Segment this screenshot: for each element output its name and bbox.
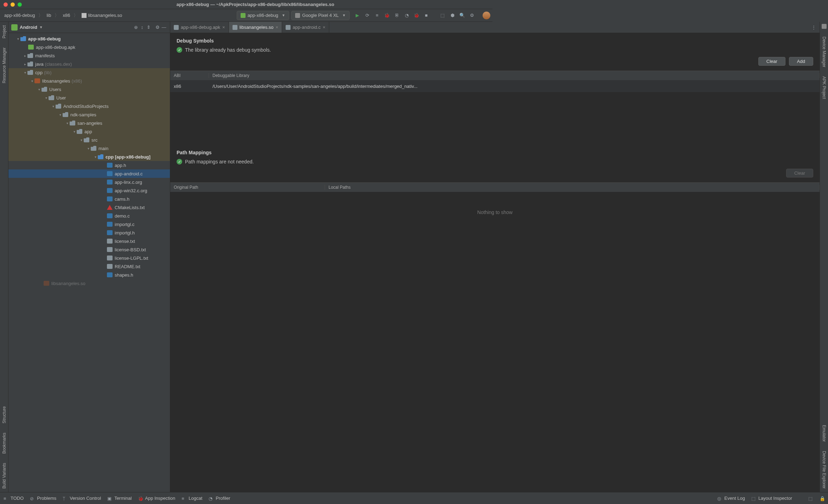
apply-code-icon[interactable]: ≡ xyxy=(374,13,380,18)
tree-file[interactable]: app-win32.c.org xyxy=(8,186,170,195)
locate-icon[interactable]: ⊕ xyxy=(133,25,139,30)
main-toolbar: app-x86-debug 〉 lib 〉 x86 〉 libsanangele… xyxy=(0,9,492,22)
tree-file[interactable]: cams.h xyxy=(8,195,170,203)
tree-folder[interactable]: ▾cpp [app-x86-debug] xyxy=(8,153,170,161)
tree-folder[interactable]: ▾main xyxy=(8,144,170,153)
tree-folder[interactable]: ▾app xyxy=(8,127,170,136)
stop-icon[interactable]: ■ xyxy=(423,13,429,18)
device-label: Google Pixel 4 XL xyxy=(302,13,339,18)
coverage-icon[interactable]: ⛨ xyxy=(394,13,400,18)
tree-file[interactable]: demo.c xyxy=(8,212,170,220)
debug-icon[interactable]: 🐞 xyxy=(384,13,390,18)
titlebar: app-x86-debug — ~/ApkProjects/app-x86-de… xyxy=(0,0,492,9)
text-file-icon xyxy=(107,264,113,269)
folder-icon xyxy=(77,129,82,134)
cell-library: /Users/User/AndroidStudioProjects/ndk-sa… xyxy=(209,84,492,89)
tree-file[interactable]: app.h xyxy=(8,161,170,169)
tree-file[interactable]: CMakeLists.txt xyxy=(8,203,170,212)
close-tab-icon[interactable]: × xyxy=(323,25,326,30)
header-file-icon xyxy=(107,163,113,168)
close-tab-icon[interactable]: × xyxy=(275,25,278,30)
gear-icon[interactable]: ⚙ xyxy=(154,25,161,30)
maximize-window-icon[interactable] xyxy=(18,2,22,7)
file-icon xyxy=(82,13,87,18)
close-tab-icon[interactable]: × xyxy=(222,25,225,30)
breadcrumb-item[interactable]: libsanangeles.so xyxy=(79,12,124,19)
tree-folder[interactable]: ▾User xyxy=(8,93,170,102)
apply-changes-icon[interactable]: ⟳ xyxy=(364,13,370,18)
tree-folder[interactable]: ▾cpp(lib) xyxy=(8,68,170,77)
search-icon[interactable]: 🔍 xyxy=(459,13,465,18)
tree-file[interactable]: importgl.c xyxy=(8,220,170,228)
breadcrumb-item[interactable]: x86 xyxy=(60,12,72,19)
project-tree[interactable]: ▾app-x86-debug app-x86-debug.apk ▸manife… xyxy=(8,33,170,300)
device-selector[interactable]: Google Pixel 4 XL ▼ xyxy=(291,11,350,20)
tree-folder[interactable]: ▸manifests xyxy=(8,51,170,60)
tree-folder[interactable]: ▾san-angeles xyxy=(8,119,170,127)
hide-icon[interactable]: — xyxy=(161,25,167,30)
project-panel: Android ▼ ⊕ ↕ ⇕ ⚙ — ▾app-x86-debug app-x… xyxy=(8,22,170,300)
debug-symbols-panel: Debug Symbols ✓ The library already has … xyxy=(170,33,492,71)
status-text: The library already has debug symbols. xyxy=(185,47,271,53)
tree-file[interactable]: license-BSD.txt xyxy=(8,245,170,254)
chevron-down-icon: ▼ xyxy=(282,13,285,17)
c-file-icon xyxy=(107,180,113,185)
column-header-library[interactable]: Debuggable Library xyxy=(209,73,492,78)
tree-folder[interactable]: ▾libsanangeles(x86) xyxy=(8,77,170,85)
library-icon xyxy=(44,281,49,286)
profile-icon[interactable]: ◔ xyxy=(404,13,409,18)
chevron-right-icon: 〉 xyxy=(55,12,59,19)
run-icon[interactable]: ▶ xyxy=(355,13,360,18)
panel-title: Debug Symbols xyxy=(177,38,492,44)
tree-file[interactable]: license-LGPL.txt xyxy=(8,254,170,262)
project-view-selector[interactable]: Android xyxy=(20,25,37,30)
tree-file[interactable]: app-linx.c.org xyxy=(8,178,170,186)
column-header-local-paths[interactable]: Local Paths xyxy=(325,185,492,190)
window-title: app-x86-debug — ~/ApkProjects/app-x86-de… xyxy=(22,2,489,7)
tool-tab-resource-manager[interactable]: Resource Manager xyxy=(2,46,7,85)
tree-folder[interactable]: ▾AndroidStudioProjects xyxy=(8,102,170,110)
folder-icon xyxy=(63,112,68,117)
tree-file[interactable]: shapes.h xyxy=(8,271,170,279)
column-header-original-path[interactable]: Original Path xyxy=(170,185,325,190)
folder-icon xyxy=(27,53,33,58)
tree-file[interactable]: app-x86-debug.apk xyxy=(8,43,170,51)
tree-module[interactable]: ▾app-x86-debug xyxy=(8,34,170,43)
status-text: Path mappings are not needed. xyxy=(185,159,254,164)
sync-project-icon[interactable]: ⬚ xyxy=(440,13,445,18)
tree-file[interactable]: README.txt xyxy=(8,262,170,271)
tool-tab-project[interactable]: Project xyxy=(2,24,7,40)
source-folder-icon xyxy=(98,154,103,159)
tree-file[interactable]: importgl.h xyxy=(8,228,170,237)
folder-icon xyxy=(91,146,96,151)
tree-folder[interactable]: ▾Users xyxy=(8,85,170,93)
minimize-window-icon[interactable] xyxy=(11,2,15,7)
column-header-abi[interactable]: ABI xyxy=(170,73,209,78)
avd-manager-icon[interactable]: ⬢ xyxy=(450,13,455,18)
editor-tab-active[interactable]: libsanangeles.so× xyxy=(229,22,282,33)
tree-file-selected[interactable]: app-android.c xyxy=(8,169,170,178)
tree-file[interactable]: license.txt xyxy=(8,237,170,245)
collapse-all-icon[interactable]: ⇕ xyxy=(145,25,152,30)
attach-debugger-icon[interactable]: 🐞 xyxy=(414,13,419,18)
header-file-icon xyxy=(107,272,113,277)
c-file-icon xyxy=(107,222,113,227)
settings-icon[interactable]: ⚙ xyxy=(469,13,475,18)
folder-icon xyxy=(27,62,33,66)
tree-folder[interactable]: ▸java(classes.dex) xyxy=(8,60,170,68)
breadcrumb-item[interactable]: app-x86-debug xyxy=(2,12,37,19)
tab-label: app-android.c xyxy=(293,25,321,30)
editor-tab[interactable]: app-android.c× xyxy=(282,22,329,33)
user-avatar[interactable] xyxy=(483,12,490,19)
status-row: ✓ Path mappings are not needed. xyxy=(177,159,492,164)
run-config-selector[interactable]: app-x86-debug ▼ xyxy=(237,11,289,20)
tree-folder[interactable]: ▾ndk-samples xyxy=(8,110,170,119)
close-window-icon[interactable] xyxy=(4,2,8,7)
breadcrumb-item[interactable]: lib xyxy=(44,12,53,19)
editor-tab[interactable]: app-x86-debug.apk× xyxy=(170,22,229,33)
tree-file[interactable]: libsanangeles.so xyxy=(8,279,170,287)
expand-all-icon[interactable]: ↕ xyxy=(139,25,145,30)
library-icon xyxy=(34,78,40,83)
tree-folder[interactable]: ▾src xyxy=(8,136,170,144)
table-row[interactable]: x86 /Users/User/AndroidStudioProjects/nd… xyxy=(170,80,492,92)
